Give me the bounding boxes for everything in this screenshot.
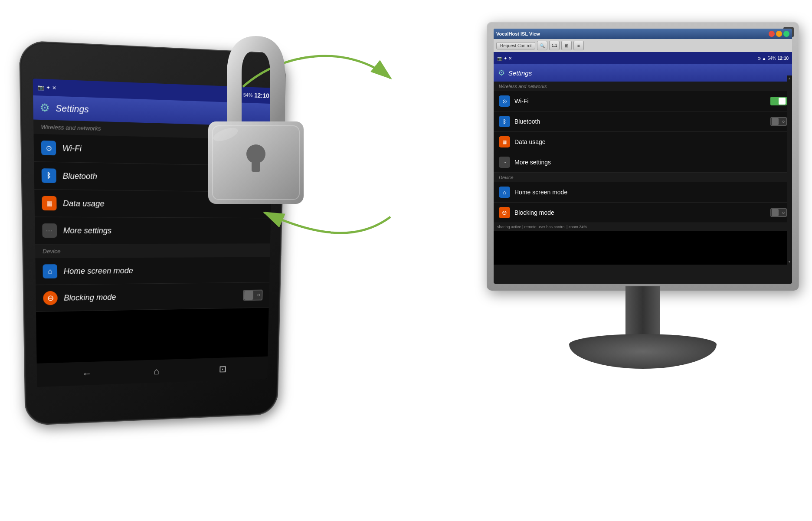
request-control-button[interactable]: Request Control: [496, 42, 535, 49]
monitor-wifi-label: Wi-Fi: [514, 98, 766, 105]
monitor-settings-title: Settings: [508, 69, 532, 77]
monitor-signal-icon: ▲: [762, 56, 766, 61]
monitor-data-usage-label: Data usage: [514, 138, 787, 145]
monitor-notification-icon: ✦: [504, 56, 507, 61]
phone-left-icons: 📷 ✦ ✕: [38, 84, 56, 91]
monitor-data-usage-item[interactable]: ▦ Data usage: [494, 132, 792, 152]
more-settings-icon: ···: [42, 223, 57, 238]
monitor-blocking-icon-item: ⊖: [499, 207, 510, 218]
monitor-more-icon-item: ···: [499, 157, 510, 168]
monitor-bezel: VocalHost ISL View Request Control 🔍 1:1…: [494, 29, 792, 284]
monitor-blocking-mode-label: Blocking mode: [514, 209, 766, 216]
monitor-section-device: Device: [494, 173, 792, 182]
monitor-bluetooth-toggle[interactable]: O: [770, 117, 787, 126]
monitor-frame: ✦ VocalHost ISL View Request Control 🔍 1…: [487, 22, 799, 291]
monitor-blocking-mode-item[interactable]: ⊖ Blocking mode O: [494, 203, 792, 223]
scroll-down-arrow[interactable]: ▼: [788, 260, 791, 264]
recents-nav-icon[interactable]: ⊡: [219, 364, 226, 374]
toolbar-menu-button[interactable]: ≡: [573, 41, 584, 50]
monitor-window-buttons: [769, 31, 789, 37]
phone-settings-title: Settings: [56, 103, 89, 115]
monitor-settings-gear-icon: ⚙: [498, 68, 505, 78]
monitor-wifi-item[interactable]: ⊙ Wi-Fi: [494, 91, 792, 111]
phone-blocking-mode-item[interactable]: ⊖ Blocking mode O: [36, 282, 269, 312]
phone-nav-bar: ← ⌂ ⊡: [37, 357, 268, 387]
notification-icon: ✦: [46, 85, 50, 91]
more-settings-label: More settings: [63, 226, 264, 236]
monitor-time-display: 12:10: [777, 56, 789, 61]
blocking-toggle[interactable]: O: [243, 290, 263, 301]
monitor-more-settings-label: More settings: [514, 159, 787, 166]
close-window-button[interactable]: [769, 31, 775, 37]
monitor-title-text: VocalHost ISL View: [496, 31, 540, 36]
monitor-home-icon-item: ⌂: [499, 187, 510, 198]
phone-home-screen-item[interactable]: ⌂ Home screen mode: [35, 257, 270, 285]
monitor-android-screen: 📷 ✦ ✕ ⊙ ▲ 54% 12:10 ⚙ Settings: [494, 52, 792, 265]
monitor-bluetooth-label: Bluetooth: [514, 118, 766, 125]
monitor-toolbar: Request Control 🔍 1:1 ⊞ ≡: [494, 39, 792, 52]
blocking-mode-label: Blocking mode: [64, 291, 237, 302]
monitor-battery-text: 54%: [767, 56, 776, 61]
minimize-window-button[interactable]: [776, 31, 782, 37]
monitor-settings-header: ⚙ Settings: [494, 64, 792, 82]
monitor-status-right: ⊙ ▲ 54% 12:10: [757, 56, 789, 61]
padlock-svg: [182, 17, 330, 217]
monitor-home-screen-label: Home screen mode: [514, 189, 787, 196]
toolbar-zoom-button[interactable]: 1:1: [549, 41, 560, 50]
wifi-icon: ⊙: [41, 141, 56, 155]
close-icon-small: ✕: [52, 85, 56, 91]
settings-gear-icon: ⚙: [40, 101, 50, 115]
monitor-camera-icon: 📷: [497, 56, 502, 61]
bluetooth-icon: ᛒ: [42, 168, 56, 183]
home-screen-icon: ⌂: [43, 264, 57, 279]
phone-section-device: Device: [35, 244, 270, 259]
monitor: ✦ VocalHost ISL View Request Control 🔍 1…: [487, 22, 799, 377]
monitor-wifi-icon: ⊙: [757, 56, 761, 61]
monitor-scrollbar[interactable]: ▲ ▼: [787, 75, 792, 265]
monitor-more-settings-item[interactable]: ··· More settings: [494, 152, 792, 173]
home-screen-label: Home screen mode: [64, 265, 263, 275]
svg-rect-3: [252, 160, 260, 172]
monitor-bluetooth-item[interactable]: ᛒ Bluetooth O: [494, 111, 792, 132]
scroll-up-arrow[interactable]: ▲: [788, 76, 791, 80]
monitor-section-wireless: Wireless and networks: [494, 82, 792, 91]
monitor-titlebar: VocalHost ISL View: [494, 29, 792, 39]
camera-icon: 📷: [38, 84, 44, 91]
monitor-stand-neck: [625, 286, 660, 338]
monitor-status-strip: sharing active | remote user has control…: [494, 223, 792, 231]
toolbar-grid-button[interactable]: ⊞: [561, 41, 572, 50]
monitor-wifi-icon-item: ⊙: [499, 95, 510, 107]
monitor-android-status-bar: 📷 ✦ ✕ ⊙ ▲ 54% 12:10: [494, 52, 792, 64]
monitor-status-left: 📷 ✦ ✕: [497, 56, 512, 61]
monitor-home-screen-item[interactable]: ⌂ Home screen mode: [494, 182, 792, 203]
back-nav-icon[interactable]: ←: [82, 368, 92, 379]
monitor-status-text: sharing active | remote user has control…: [497, 225, 587, 229]
data-usage-icon: ▦: [42, 196, 56, 210]
padlock: [182, 17, 330, 217]
toolbar-search-button[interactable]: 🔍: [537, 41, 547, 50]
monitor-bluetooth-icon-item: ᛒ: [499, 116, 510, 127]
blocking-mode-icon: ⊖: [43, 291, 58, 305]
monitor-x-icon: ✕: [508, 56, 512, 61]
monitor-blocking-toggle[interactable]: O: [770, 208, 787, 217]
monitor-stand-base: [569, 334, 717, 369]
maximize-window-button[interactable]: [783, 31, 789, 37]
home-nav-icon[interactable]: ⌂: [154, 366, 159, 377]
phone-more-settings-item[interactable]: ··· More settings: [35, 217, 271, 244]
monitor-wifi-toggle[interactable]: [770, 97, 787, 105]
monitor-data-icon-item: ▦: [499, 136, 510, 147]
